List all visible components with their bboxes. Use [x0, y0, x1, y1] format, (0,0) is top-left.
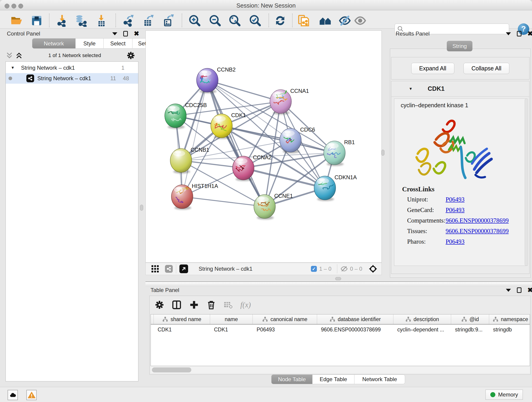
panel-float-icon[interactable] — [517, 31, 521, 36]
crosslink-link[interactable]: P06493 — [446, 206, 465, 217]
open-session-icon[interactable] — [10, 14, 23, 27]
crosslink-link[interactable]: P06493 — [446, 196, 465, 206]
column-header-canonical-name[interactable]: canonical name — [253, 314, 317, 324]
network-collection-row[interactable]: ▼ String Network – cdk1 1 — [6, 63, 138, 73]
results-panel-header-icons: ✖ — [506, 31, 532, 36]
bottom-splitter-handle[interactable] — [335, 277, 341, 280]
import-table-file-icon[interactable] — [95, 14, 108, 27]
save-session-icon[interactable] — [31, 14, 43, 27]
network-node-CDC25B[interactable]: CDC25B — [165, 102, 207, 129]
expand-all-button[interactable]: Expand All — [411, 63, 454, 74]
network-graph[interactable]: CCNB2CCNA1CDC25BCDK1CDC6RB1CCNB1CCNA2CDK… — [146, 31, 381, 262]
network-node-CCNB1[interactable]: CCNB1 — [170, 147, 209, 173]
hide-selected-icon[interactable] — [339, 14, 351, 27]
panel-menu-icon[interactable] — [112, 32, 117, 35]
warning-status-button[interactable] — [26, 390, 37, 400]
panel-close-icon[interactable]: ✖ — [527, 287, 532, 293]
panel-float-icon[interactable] — [123, 31, 128, 36]
zoom-selected-icon[interactable] — [249, 14, 261, 27]
column-header--id[interactable]: @id — [451, 314, 489, 324]
network-options-gear-icon[interactable] — [127, 51, 135, 60]
crosslink-link[interactable]: 9606.ENSP00000378699 — [446, 228, 509, 238]
table-options-gear-icon[interactable] — [155, 300, 164, 310]
node-table[interactable]: shared namenamecanonical namedatabase id… — [151, 314, 530, 366]
toolbar-separator — [182, 13, 182, 27]
export-image-icon[interactable] — [162, 14, 174, 27]
network-node-CCNE1[interactable]: CCNE1 — [254, 193, 293, 220]
left-splitter-handle[interactable] — [140, 205, 143, 211]
column-header-namespace[interactable]: namespace — [489, 314, 530, 324]
tab-node-table[interactable]: Node Table — [271, 375, 312, 384]
tab-network[interactable]: Network — [32, 38, 76, 49]
network-node-CDKN1A[interactable]: CDKN1A — [314, 174, 357, 201]
crosslink-link[interactable]: 9606.ENSP00000378699 — [446, 217, 509, 228]
import-network-file-icon[interactable] — [56, 14, 69, 27]
network-node-HIST1H1A[interactable]: HIST1H1A — [171, 183, 218, 210]
table-row[interactable]: CDK1CDK1P064939606.ENSP00000378699cyclin… — [151, 325, 530, 335]
network-node-RB1[interactable]: RB1 — [324, 139, 355, 166]
column-header-shared-name[interactable]: shared name — [153, 314, 210, 324]
table-horizontal-scrollbar[interactable] — [151, 366, 530, 373]
table-cell[interactable]: stringdb:9... — [451, 325, 489, 335]
table-cell[interactable]: P06493 — [253, 325, 317, 335]
column-header-database-identifier[interactable]: database identifier — [317, 314, 393, 324]
network-node-CCNB2[interactable]: CCNB2 — [196, 66, 235, 93]
column-header-description[interactable]: description — [393, 314, 451, 324]
results-vertical-scrollbar[interactable] — [525, 99, 528, 266]
collapse-all-button[interactable]: Collapse All — [463, 63, 510, 74]
tab-select[interactable]: Select — [104, 38, 133, 49]
grid-view-icon[interactable] — [151, 264, 159, 273]
network-node-CDC6[interactable]: CDC6 — [280, 127, 315, 153]
network-node-CCNA2[interactable]: CCNA2 — [233, 154, 272, 181]
gene-collapse-icon[interactable]: ▼ — [409, 87, 413, 91]
scrollbar-thumb[interactable] — [152, 367, 191, 372]
zoom-in-icon[interactable] — [189, 14, 201, 27]
table-cell[interactable]: stringdb — [489, 325, 530, 335]
show-all-icon[interactable] — [354, 14, 366, 27]
cloud-status-button[interactable] — [7, 390, 18, 400]
collapse-all-tree-icon[interactable] — [6, 51, 13, 59]
crosslink-link[interactable]: P06493 — [446, 238, 465, 249]
apply-layout-icon[interactable] — [274, 14, 286, 27]
selected-checkbox-icon[interactable]: ✓ — [311, 266, 317, 272]
node-label-CDKN1A: CDKN1A — [335, 174, 357, 180]
network-view-mode-icon[interactable] — [165, 265, 173, 273]
network-view-canvas[interactable]: CCNB2CCNA1CDC25BCDK1CDC6RB1CCNB1CCNA2CDK… — [146, 31, 382, 263]
tab-network-table[interactable]: Network Table — [355, 375, 405, 384]
export-table-icon[interactable] — [142, 14, 155, 27]
table-cell[interactable]: CDK1 — [210, 325, 253, 335]
tab-string[interactable]: String — [447, 41, 472, 51]
zoom-fit-icon[interactable] — [229, 14, 241, 27]
network-edge[interactable] — [182, 197, 265, 206]
expand-all-tree-icon[interactable] — [15, 51, 23, 59]
table-cell[interactable]: CDK1 — [153, 325, 210, 335]
birds-eye-navigator-icon[interactable] — [368, 264, 378, 274]
create-column-icon[interactable] — [189, 300, 199, 310]
memory-button[interactable]: Memory — [486, 390, 523, 400]
export-network-icon[interactable] — [123, 14, 135, 27]
copy-network-icon[interactable] — [297, 14, 310, 27]
first-neighbors-icon[interactable] — [319, 14, 331, 27]
detach-view-icon[interactable] — [179, 264, 188, 273]
table-cell[interactable]: 9606.ENSP00000378699 — [317, 325, 393, 335]
gene-section-header[interactable]: ▼ CDK1 — [391, 81, 529, 97]
panel-float-icon[interactable] — [517, 287, 521, 293]
panel-close-icon[interactable]: ✖ — [134, 31, 139, 36]
tree-expand-icon[interactable]: ▼ — [11, 65, 15, 70]
show-column-panel-icon[interactable] — [172, 300, 182, 310]
panel-menu-icon[interactable] — [506, 32, 511, 35]
toolbar-separator — [292, 13, 293, 27]
tab-style[interactable]: Style — [76, 38, 104, 49]
panel-menu-icon[interactable] — [506, 289, 511, 292]
table-cell[interactable]: cyclin–dependent ... — [393, 325, 451, 335]
import-network-database-icon[interactable] — [75, 14, 87, 27]
warning-icon — [28, 391, 36, 399]
tab-edge-table[interactable]: Edge Table — [312, 375, 355, 384]
right-splitter-handle[interactable] — [381, 150, 385, 156]
zoom-out-icon[interactable] — [209, 14, 221, 27]
network-edge[interactable] — [182, 80, 207, 197]
panel-close-icon[interactable]: ✖ — [527, 31, 532, 36]
network-row[interactable]: String Network – cdk1 11 48 — [6, 73, 138, 84]
delete-column-icon[interactable] — [206, 300, 216, 310]
column-header-name[interactable]: name — [210, 314, 253, 324]
